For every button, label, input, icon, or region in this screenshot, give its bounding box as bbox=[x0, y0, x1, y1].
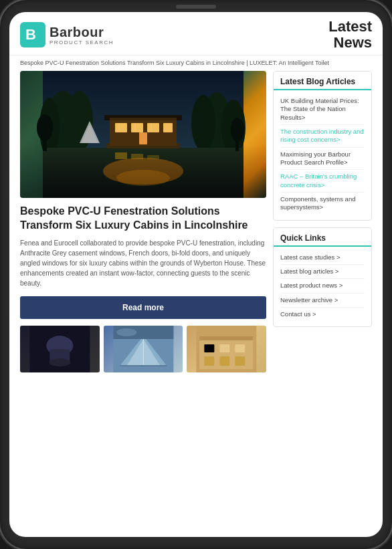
quick-link-1[interactable]: Latest case studies > bbox=[280, 251, 365, 265]
quick-link-2[interactable]: Latest blog articles > bbox=[280, 265, 365, 279]
quick-links-header: Quick Links bbox=[274, 228, 371, 247]
tablet-frame: B Barbour PRODUCT SEARCH LatestNews Besp… bbox=[0, 0, 392, 549]
svg-point-8 bbox=[191, 95, 215, 151]
logo-text: Barbour PRODUCT SEARCH bbox=[50, 25, 114, 45]
svg-rect-26 bbox=[147, 155, 159, 159]
blog-articles-body: UK Building Material Prices: The State o… bbox=[274, 90, 371, 220]
svg-rect-46 bbox=[200, 336, 254, 340]
right-col: Latest Blog Articles UK Building Materia… bbox=[273, 71, 372, 372]
blog-link-1[interactable]: UK Building Material Prices: The State o… bbox=[280, 94, 365, 125]
blog-articles-header: Latest Blog Articles bbox=[274, 72, 371, 90]
quick-links-card: Quick Links Latest case studies > Latest… bbox=[273, 227, 372, 328]
latest-news-title: LatestNews bbox=[328, 19, 372, 51]
barbour-logo-icon: B bbox=[20, 22, 45, 47]
quick-link-3[interactable]: Latest product news > bbox=[280, 279, 365, 293]
blog-link-4[interactable]: RAAC – Britain's crumbling concrete cris… bbox=[280, 170, 365, 193]
svg-rect-9 bbox=[43, 148, 243, 198]
thumb-row bbox=[20, 326, 266, 372]
blog-link-5[interactable]: Components, systems and supersystems> bbox=[280, 193, 365, 215]
svg-point-32 bbox=[231, 118, 244, 142]
main-layout: Bespoke PVC-U Fenestration Solutions Tra… bbox=[9, 71, 383, 379]
svg-rect-23 bbox=[110, 118, 177, 146]
svg-rect-49 bbox=[235, 344, 246, 352]
logo-sub: PRODUCT SEARCH bbox=[50, 39, 114, 45]
tablet-screen: B Barbour PRODUCT SEARCH LatestNews Besp… bbox=[9, 12, 383, 537]
cabin-scene-svg bbox=[20, 71, 266, 198]
logo-area: B Barbour PRODUCT SEARCH bbox=[20, 22, 114, 47]
page-content[interactable]: B Barbour PRODUCT SEARCH LatestNews Besp… bbox=[9, 12, 383, 537]
breadcrumb: Bespoke PVC-U Fenestration Solutions Tra… bbox=[9, 56, 383, 71]
thumbnail-1[interactable] bbox=[20, 326, 100, 372]
svg-point-30 bbox=[37, 114, 53, 141]
svg-rect-52 bbox=[235, 356, 246, 366]
svg-point-10 bbox=[103, 158, 183, 185]
blog-link-2[interactable]: The construction industry and rising cos… bbox=[280, 125, 365, 148]
svg-rect-25 bbox=[131, 154, 143, 159]
svg-rect-47 bbox=[205, 344, 215, 352]
quick-link-5[interactable]: Contact us > bbox=[280, 308, 365, 321]
svg-point-43 bbox=[116, 328, 136, 336]
read-more-button[interactable]: Read more bbox=[20, 296, 266, 319]
article-title: Bespoke PVC-U Fenestration Solutions Tra… bbox=[20, 205, 266, 233]
header: B Barbour PRODUCT SEARCH LatestNews bbox=[9, 12, 383, 56]
tablet-notch bbox=[176, 5, 216, 9]
thumbnail-3[interactable] bbox=[187, 326, 266, 372]
hero-image bbox=[20, 71, 266, 198]
blog-articles-card: Latest Blog Articles UK Building Materia… bbox=[273, 71, 372, 221]
left-col: Bespoke PVC-U Fenestration Solutions Tra… bbox=[20, 71, 266, 372]
svg-rect-51 bbox=[220, 356, 230, 366]
logo-brand: Barbour bbox=[50, 25, 114, 39]
quick-links-body: Latest case studies > Latest blog articl… bbox=[274, 247, 371, 327]
svg-rect-24 bbox=[115, 152, 127, 159]
svg-rect-50 bbox=[205, 356, 215, 366]
svg-rect-48 bbox=[220, 344, 230, 352]
article-excerpt: Fenea and Eurocell collaborated to provi… bbox=[20, 238, 266, 288]
svg-point-11 bbox=[116, 170, 170, 186]
blog-link-3[interactable]: Maximising your Barbour Product Search P… bbox=[280, 148, 365, 171]
thumbnail-2[interactable] bbox=[104, 326, 183, 372]
svg-text:B: B bbox=[25, 26, 36, 43]
quick-link-4[interactable]: Newsletter archive > bbox=[280, 294, 365, 308]
svg-point-36 bbox=[49, 358, 70, 366]
svg-rect-12 bbox=[106, 143, 180, 148]
